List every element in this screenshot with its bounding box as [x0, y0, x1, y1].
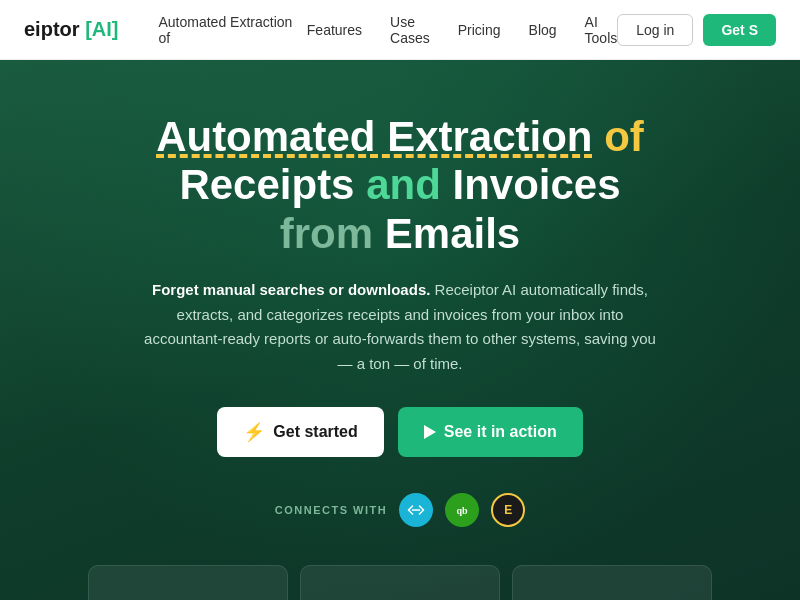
- xero-badge: [399, 493, 433, 527]
- svg-text:qb: qb: [457, 505, 469, 516]
- logo-prefix: eiptor: [24, 18, 85, 41]
- hero-section: Automated Extraction of Receipts and Inv…: [0, 60, 800, 600]
- logo-bracket-open: [: [85, 18, 92, 41]
- navbar: eiptor [AI] Automated Extraction of Feat…: [0, 0, 800, 60]
- expensify-badge: E: [491, 493, 525, 527]
- login-button[interactable]: Log in: [617, 14, 693, 46]
- hero-content: Automated Extraction of Receipts and Inv…: [140, 113, 660, 527]
- logo-bracket-close: ]: [112, 18, 119, 41]
- nav-item-aitools[interactable]: AI Tools: [585, 14, 618, 46]
- expensify-letter: E: [504, 503, 512, 517]
- see-action-label: See it in action: [444, 423, 557, 441]
- hero-title-of: of: [604, 113, 644, 160]
- hero-title-from: from: [280, 210, 385, 257]
- nav-menu: Features Use Cases Pricing Blog AI Tools: [307, 14, 617, 46]
- nav-item-features[interactable]: Features: [307, 22, 362, 38]
- nav-item-pricing[interactable]: Pricing: [458, 22, 501, 38]
- hero-title-receipts: Receipts: [179, 161, 366, 208]
- play-icon: [424, 425, 436, 439]
- lightning-icon: ⚡: [243, 421, 265, 443]
- hero-title-line1: Automated Extraction of: [156, 113, 644, 160]
- hero-title: Automated Extraction of Receipts and Inv…: [140, 113, 660, 258]
- nav-links: Automated Extraction of: [158, 14, 306, 46]
- logo-ai: AI: [92, 18, 112, 41]
- quickbooks-badge: qb: [445, 493, 479, 527]
- nav-features[interactable]: Automated Extraction of: [158, 14, 306, 46]
- logo[interactable]: eiptor [AI]: [24, 18, 118, 41]
- hero-title-and: and: [366, 161, 452, 208]
- cards-peek: [0, 565, 800, 600]
- hero-buttons: ⚡ Get started See it in action: [140, 407, 660, 457]
- connects-with: CONNECTS WITH qb E: [140, 493, 660, 527]
- get-started-nav-button[interactable]: Get S: [703, 14, 776, 46]
- hero-title-emails: Emails: [385, 210, 520, 257]
- see-action-button[interactable]: See it in action: [398, 407, 583, 457]
- nav-item-blog[interactable]: Blog: [529, 22, 557, 38]
- get-started-button[interactable]: ⚡ Get started: [217, 407, 383, 457]
- hero-title-automated: Automated Extraction: [156, 113, 592, 160]
- hero-title-line2: Receipts and Invoices: [179, 161, 620, 208]
- hero-subtitle-bold: Forget manual searches or downloads.: [152, 281, 430, 298]
- get-started-label: Get started: [273, 423, 357, 441]
- hero-subtitle: Forget manual searches or downloads. Rec…: [140, 278, 660, 377]
- hero-title-invoices: Invoices: [453, 161, 621, 208]
- connects-label: CONNECTS WITH: [275, 504, 387, 516]
- nav-item-usecases[interactable]: Use Cases: [390, 14, 430, 46]
- hero-title-line3: from Emails: [280, 210, 520, 257]
- card-peek-2: [300, 565, 500, 600]
- card-peek-3: [512, 565, 712, 600]
- card-peek-1: [88, 565, 288, 600]
- nav-actions: Log in Get S: [617, 14, 776, 46]
